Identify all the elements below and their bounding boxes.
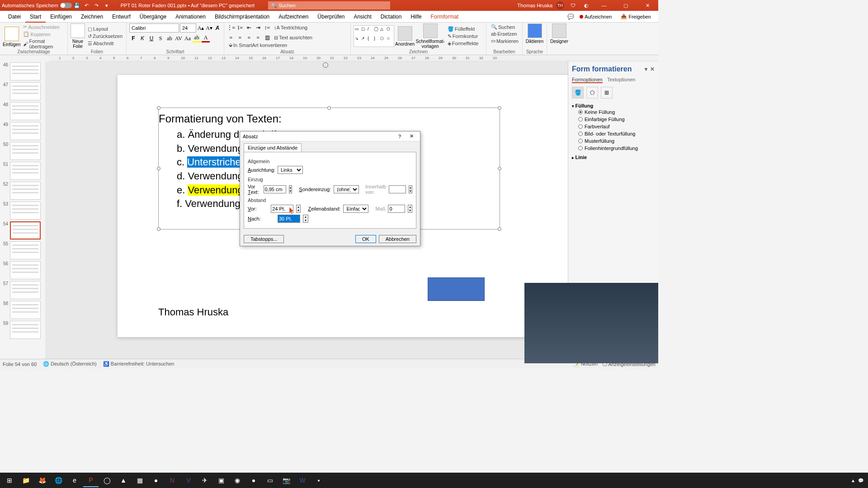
slide-thumbnail[interactable]: 49 bbox=[1, 122, 44, 140]
copy-button[interactable]: 📋 Kopieren bbox=[21, 31, 65, 38]
effects-button[interactable]: ◈ Formeffekte bbox=[446, 40, 481, 47]
tab-hilfe[interactable]: Hilfe bbox=[406, 11, 426, 23]
bold-button[interactable]: F bbox=[129, 34, 137, 42]
shadow-button[interactable]: ab bbox=[165, 34, 174, 42]
tab-animationen[interactable]: Animationen bbox=[171, 11, 210, 23]
redo-icon[interactable]: ↷ bbox=[93, 2, 100, 9]
fill-button[interactable]: 🪣 Fülleffekt bbox=[446, 26, 481, 33]
fill-option-radio[interactable]: Farbverlauf bbox=[572, 123, 655, 130]
spinner[interactable]: ▲▼ bbox=[409, 185, 412, 193]
save-icon[interactable]: 💾 bbox=[73, 2, 80, 9]
indent-right-button[interactable]: ⇥ bbox=[254, 23, 262, 32]
slide-thumbnail[interactable]: 50 bbox=[1, 142, 44, 160]
special-combo[interactable]: (ohne) bbox=[334, 185, 359, 193]
font-name-combo[interactable] bbox=[129, 23, 179, 33]
slide-thumbnail[interactable]: 57 bbox=[1, 281, 44, 299]
after-spacing-input[interactable] bbox=[278, 215, 300, 223]
italic-button[interactable]: K bbox=[138, 34, 146, 42]
outline-button[interactable]: ✎ Formkontur bbox=[446, 33, 481, 40]
undo-icon[interactable]: ↶ bbox=[83, 2, 90, 9]
ok-button[interactable]: OK bbox=[355, 235, 376, 243]
spinner[interactable]: ▲▼ bbox=[408, 205, 412, 213]
designer-icon[interactable] bbox=[552, 23, 566, 38]
resize-handle[interactable] bbox=[157, 167, 160, 170]
by-input[interactable] bbox=[389, 185, 406, 193]
alignment-combo[interactable]: Links bbox=[278, 166, 303, 174]
tab-datei[interactable]: Datei bbox=[4, 11, 25, 23]
tab-formformat[interactable]: Formformat bbox=[426, 11, 463, 23]
numbering-button[interactable]: 1≡ bbox=[236, 23, 244, 32]
rotate-handle[interactable] bbox=[323, 62, 328, 68]
select-button[interactable]: ▭ Markieren bbox=[489, 38, 519, 44]
spinner[interactable]: ▲▼ bbox=[289, 185, 292, 193]
new-slide-icon[interactable] bbox=[71, 23, 85, 38]
line-spacing-combo[interactable]: Einfach bbox=[343, 205, 368, 213]
align-center-button[interactable]: ≡ bbox=[236, 33, 244, 42]
slide-thumbnail[interactable]: 48 bbox=[1, 102, 44, 120]
resize-handle[interactable] bbox=[157, 227, 160, 231]
slide-thumbnail[interactable]: 59 bbox=[1, 321, 44, 339]
font-color-button[interactable]: A bbox=[202, 34, 210, 42]
coming-soon-icon[interactable]: ◐ bbox=[583, 2, 590, 9]
dialog-close-button[interactable]: ✕ bbox=[406, 133, 417, 139]
resize-handle[interactable] bbox=[498, 227, 501, 231]
layout-button[interactable]: ▢ Layout bbox=[86, 26, 124, 33]
privacy-icon[interactable]: 🛡 bbox=[569, 2, 576, 9]
slide-thumbnail[interactable]: 54 bbox=[1, 221, 44, 239]
pane-close-icon[interactable]: ✕ bbox=[650, 66, 655, 72]
smartart-button[interactable]: ⬙ In SmartArt konvertieren bbox=[227, 42, 289, 48]
slide-counter[interactable]: Folie 54 von 60 bbox=[3, 361, 37, 367]
indent-left-button[interactable]: ⇤ bbox=[245, 23, 253, 32]
fill-option-radio[interactable]: Musterfüllung bbox=[572, 137, 655, 145]
columns-button[interactable]: ▥ bbox=[263, 33, 271, 42]
slide-thumbnail[interactable]: 58 bbox=[1, 301, 44, 319]
slide-thumbnail[interactable]: 53 bbox=[1, 202, 44, 220]
spacing-button[interactable]: AV bbox=[175, 34, 183, 42]
case-button[interactable]: Aa bbox=[184, 34, 192, 42]
paste-icon[interactable] bbox=[5, 27, 19, 41]
tab-start[interactable]: Start bbox=[25, 11, 46, 23]
fill-option-radio[interactable]: Folienhintergrundfüllung bbox=[572, 145, 655, 152]
cut-button[interactable]: ✂ Ausschneiden bbox=[21, 23, 65, 30]
line-section-header[interactable]: Linie bbox=[572, 155, 655, 160]
autosave-switch[interactable] bbox=[60, 3, 72, 8]
underline-button[interactable]: U bbox=[147, 34, 156, 42]
fill-option-radio[interactable]: Bild- oder Texturfüllung bbox=[572, 130, 655, 137]
cancel-button[interactable]: Abbrechen bbox=[379, 235, 416, 243]
freigeben-button[interactable]: 📤 Freigeben bbox=[617, 13, 655, 20]
line-spacing-button[interactable]: ↕≡ bbox=[263, 23, 271, 32]
format-painter-button[interactable]: 🖌 Format übertragen bbox=[21, 38, 65, 50]
search-box[interactable]: 🔍 Suchen bbox=[268, 1, 390, 9]
effects-icon[interactable]: ⬠ bbox=[586, 87, 598, 99]
dictate-icon[interactable] bbox=[528, 23, 542, 38]
tab-zeichnen[interactable]: Zeichnen bbox=[76, 11, 108, 23]
slide-thumbnail[interactable]: 56 bbox=[1, 261, 44, 279]
align-right-button[interactable]: ≡ bbox=[245, 33, 253, 42]
subtab-text-options[interactable]: Textoptionen bbox=[607, 77, 635, 83]
resize-handle[interactable] bbox=[498, 167, 501, 170]
tab-dictation[interactable]: Dictation bbox=[376, 11, 406, 23]
resize-handle[interactable] bbox=[157, 106, 160, 110]
align-text-button[interactable]: ⊟ Text ausrichten bbox=[272, 34, 314, 41]
dialog-tab[interactable]: Einzüge und Abstände bbox=[244, 143, 302, 152]
bullets-button[interactable]: ⋮≡ bbox=[227, 23, 235, 32]
close-button[interactable]: ✕ bbox=[638, 0, 656, 11]
accessibility-status[interactable]: ♿ Barrierefreiheit: Untersuchen bbox=[103, 361, 175, 367]
resize-handle[interactable] bbox=[498, 106, 501, 110]
slide-thumbnail[interactable]: 55 bbox=[1, 241, 44, 259]
tabstops-button[interactable]: Tabstopps... bbox=[244, 235, 284, 243]
at-input[interactable] bbox=[388, 205, 405, 213]
slide-thumbnail[interactable]: 47 bbox=[1, 82, 44, 100]
pane-options-icon[interactable]: ▾ bbox=[645, 66, 647, 72]
find-button[interactable]: 🔍 Suchen bbox=[489, 23, 519, 30]
fill-option-radio[interactable]: Einfarbige Füllung bbox=[572, 116, 655, 123]
highlight-button[interactable]: ab bbox=[193, 34, 201, 42]
minimize-button[interactable]: — bbox=[595, 0, 613, 11]
qat-more-icon[interactable]: ▾ bbox=[103, 2, 110, 9]
subtab-shape-options[interactable]: Formoptionen bbox=[572, 77, 603, 83]
tab-uebergaenge[interactable]: Übergänge bbox=[135, 11, 171, 23]
font-size-combo[interactable] bbox=[180, 23, 196, 33]
fill-option-radio[interactable]: Keine Füllung bbox=[572, 108, 655, 116]
tab-einfuegen[interactable]: Einfügen bbox=[46, 11, 76, 23]
tab-bildschirm[interactable]: Bildschirmpräsentation bbox=[210, 11, 274, 23]
